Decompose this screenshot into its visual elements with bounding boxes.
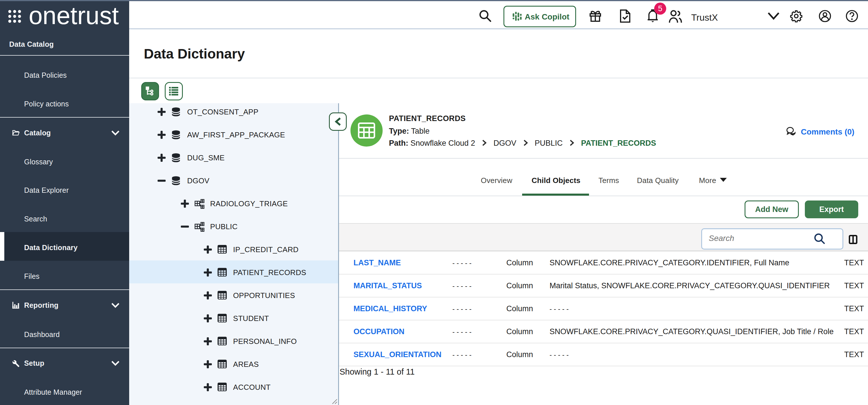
svg-text:onetrust: onetrust bbox=[29, 2, 119, 28]
